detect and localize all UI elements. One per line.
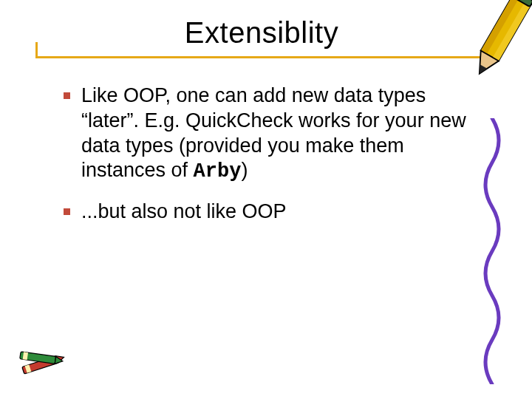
slide-title: Extensiblity xyxy=(35,16,488,54)
code-text: Arby xyxy=(194,160,242,183)
wave-decoration-icon xyxy=(477,118,507,384)
content-area: Like OOP, one can add new data types “la… xyxy=(0,54,532,225)
bullet-icon xyxy=(64,208,70,215)
bullet-text: ...but also not like OOP xyxy=(81,200,287,222)
bullet-text-post: ) xyxy=(241,159,248,181)
bullet-icon xyxy=(64,92,70,99)
list-item: Like OOP, one can add new data types “la… xyxy=(59,83,473,185)
slide: Extensiblity Like OOP, one can add new d… xyxy=(0,0,532,399)
bullet-text: Like OOP, one can add new data types “la… xyxy=(81,84,466,181)
title-underline-tick xyxy=(35,42,38,58)
bullet-list: Like OOP, one can add new data types “la… xyxy=(59,83,473,225)
list-item: ...but also not like OOP xyxy=(59,200,473,225)
title-underline xyxy=(35,56,488,58)
crayons-icon xyxy=(16,346,68,383)
